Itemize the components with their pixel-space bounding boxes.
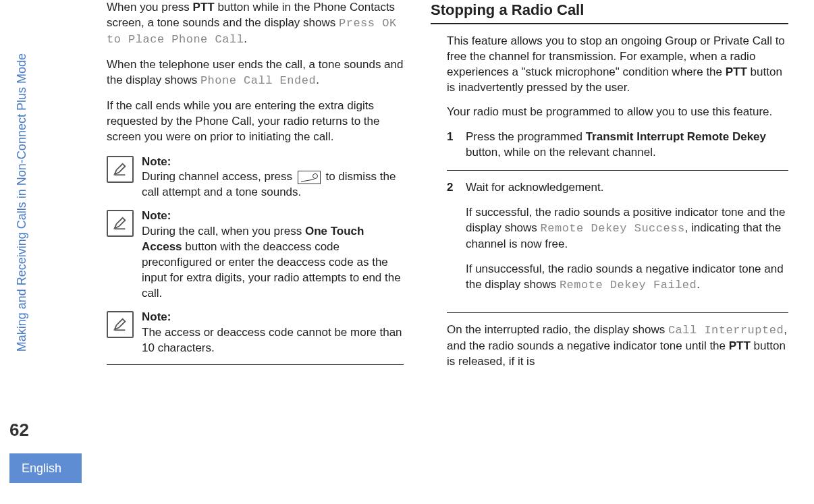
text: . (697, 278, 700, 291)
content-columns: When you press PTT button while in the P… (107, 0, 801, 472)
step-body: Wait for acknowledgement. If successful,… (466, 180, 788, 303)
paragraph: If successful, the radio sounds a positi… (466, 205, 788, 252)
column-right: Stopping a Radio Call This feature allow… (431, 0, 788, 472)
back-key-icon (298, 171, 321, 184)
page-number: 62 (9, 418, 29, 442)
step-divider (447, 312, 788, 313)
ptt-label: PTT (193, 1, 215, 13)
step-divider (447, 170, 788, 171)
section-heading: Stopping a Radio Call (431, 0, 788, 20)
display-text: Remote Dekey Success (541, 222, 685, 235)
step-item: 2 Wait for acknowledgement. If successfu… (431, 180, 788, 303)
text: Wait for acknowledgement. (466, 180, 788, 196)
note-block: Note: During the call, when you press On… (107, 208, 404, 302)
sidebar-section-title: Making and Receiving Calls in Non-Connec… (12, 13, 31, 391)
ptt-label: PTT (729, 339, 751, 352)
display-text: Remote Dekey Failed (560, 279, 697, 291)
paragraph: When the telephone user ends the call, a… (107, 57, 404, 89)
text: Press the programmed (466, 130, 586, 143)
step-number: 2 (447, 180, 458, 303)
note-text: The access or deaccess code cannot be mo… (142, 325, 404, 356)
note-pencil-icon (107, 311, 134, 338)
document-page: Making and Receiving Calls in Non-Connec… (0, 0, 814, 504)
text: . (316, 74, 319, 86)
note-title: Note: (142, 310, 404, 325)
step-item: 1 Press the programmed Transmit Interrup… (431, 130, 788, 161)
text: During channel access, press (142, 170, 296, 183)
paragraph: If unsuccessful, the radio sounds a nega… (466, 262, 788, 293)
button-name: Transmit Interrupt Remote Dekey (586, 130, 766, 143)
note-body: Note: During channel access, press to di… (142, 155, 404, 201)
note-text: During channel access, press to dismiss … (142, 169, 404, 200)
paragraph: Your radio must be programmed to allow y… (431, 105, 788, 120)
text: On the interrupted radio, the display sh… (447, 323, 668, 336)
note-body: Note: During the call, when you press On… (142, 208, 404, 302)
text: During the call, when you press (142, 225, 305, 237)
note-title: Note: (142, 155, 404, 170)
note-pencil-icon (107, 210, 134, 237)
display-text: Call Interrupted (668, 324, 784, 337)
text: button, while on the relevant channel. (466, 146, 656, 159)
paragraph: When you press PTT button while in the P… (107, 0, 404, 48)
section-divider (107, 364, 404, 365)
section-title-text: Making and Receiving Calls in Non-Connec… (13, 53, 30, 352)
step-number: 1 (447, 130, 458, 161)
heading-rule (431, 23, 788, 24)
text: When you press (107, 1, 193, 13)
note-block: Note: During channel access, press to di… (107, 155, 404, 201)
ptt-label: PTT (726, 65, 747, 78)
column-left: When you press PTT button while in the P… (107, 0, 404, 472)
language-text: English (22, 461, 61, 475)
display-text: Phone Call Ended (200, 74, 316, 87)
note-body: Note: The access or deaccess code cannot… (142, 310, 404, 356)
paragraph: This feature allows you to stop an ongoi… (431, 34, 788, 96)
note-block: Note: The access or deaccess code cannot… (107, 310, 404, 356)
note-title: Note: (142, 208, 404, 224)
text: . (244, 32, 247, 45)
note-text: During the call, when you press One Touc… (142, 224, 404, 302)
paragraph: If the call ends while you are entering … (107, 99, 404, 145)
step-body: Press the programmed Transmit Interrupt … (466, 130, 788, 161)
paragraph: On the interrupted radio, the display sh… (431, 323, 788, 370)
language-tab: English (9, 453, 82, 483)
note-pencil-icon (107, 156, 134, 183)
